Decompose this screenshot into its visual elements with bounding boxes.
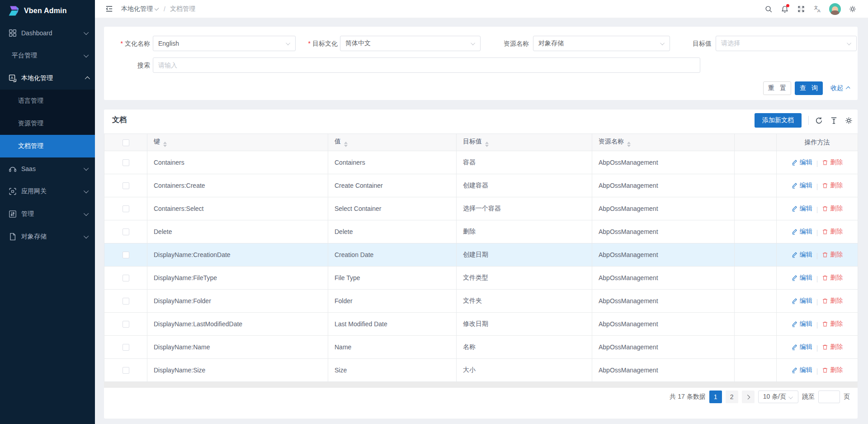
edit-button[interactable]: 编辑: [792, 251, 812, 259]
table-row[interactable]: DisplayName:FolderFolder文件夹AbpOssManagem…: [104, 290, 858, 313]
sort-icon[interactable]: [163, 142, 167, 147]
fullscreen-icon[interactable]: [794, 2, 808, 16]
settings-icon[interactable]: [844, 115, 854, 125]
edit-button[interactable]: 编辑: [792, 343, 812, 351]
table-row[interactable]: ContainersContainers容器AbpOssManagement编辑…: [104, 151, 858, 174]
logo[interactable]: Vben Admin: [0, 0, 95, 22]
search-icon[interactable]: [761, 2, 776, 16]
row-checkbox[interactable]: [123, 159, 129, 166]
sidebar-item-dashboard[interactable]: Dashboard: [0, 22, 95, 44]
sort-icon[interactable]: [627, 142, 631, 147]
sidebar-item-gateway[interactable]: 应用网关: [0, 180, 95, 203]
row-checkbox[interactable]: [123, 252, 129, 258]
page-size-select[interactable]: 10 条/页: [758, 391, 798, 403]
edit-button[interactable]: 编辑: [792, 205, 812, 213]
cell-target: 创建日期: [457, 243, 592, 267]
cell-value: Last Modified Date: [328, 313, 457, 336]
cell-spacer: [735, 313, 777, 336]
action-divider: |: [816, 206, 818, 213]
target-value-select[interactable]: 请选择: [716, 36, 857, 51]
target-culture-select[interactable]: 简体中文: [340, 36, 481, 51]
breadcrumb-item-localization[interactable]: 本地化管理: [121, 5, 159, 13]
sidebar-fold-icon[interactable]: [103, 3, 115, 15]
row-checkbox[interactable]: [123, 298, 129, 305]
table-row[interactable]: DeleteDelete删除AbpOssManagement编辑|删除: [104, 220, 858, 243]
table-row[interactable]: Containers:CreateCreate Container创建容器Abp…: [104, 174, 858, 197]
cell-value: Containers: [328, 151, 457, 174]
delete-button[interactable]: 删除: [822, 228, 843, 236]
sidebar-item-platform[interactable]: 平台管理: [0, 44, 95, 67]
column-header-value[interactable]: 值: [328, 134, 457, 151]
column-header-target[interactable]: 目标值: [457, 134, 592, 151]
column-header-key[interactable]: 键: [147, 134, 328, 151]
page-button-1[interactable]: 1: [709, 391, 722, 403]
avatar[interactable]: [829, 3, 841, 15]
sidebar-item-document-management[interactable]: 文档管理: [0, 135, 95, 157]
culture-name-select[interactable]: English: [153, 36, 296, 51]
collapse-filters-link[interactable]: 收起: [830, 81, 849, 95]
sidebar-item-object-storage[interactable]: 对象存储: [0, 225, 95, 248]
table-row[interactable]: DisplayName:FileTypeFile Type文件类型AbpOssM…: [104, 267, 858, 290]
sort-icon[interactable]: [485, 142, 489, 147]
sidebar-item-localization[interactable]: A 本地化管理: [0, 67, 95, 90]
resource-name-label: 资源名称: [488, 36, 529, 51]
table-row[interactable]: DisplayName:SizeSize大小AbpOssManagement编辑…: [104, 359, 858, 382]
add-document-button[interactable]: 添加新文档: [755, 113, 802, 128]
row-checkbox[interactable]: [123, 275, 129, 281]
horizontal-scrollbar[interactable]: [104, 382, 858, 388]
delete-button[interactable]: 删除: [822, 320, 843, 328]
delete-button[interactable]: 删除: [822, 343, 843, 351]
breadcrumb-item-document[interactable]: 文档管理: [170, 5, 195, 13]
row-checkbox[interactable]: [123, 367, 129, 374]
edit-button[interactable]: 编辑: [792, 181, 812, 190]
table-row[interactable]: DisplayName:CreationDateCreation Date创建日…: [104, 243, 858, 267]
edit-button[interactable]: 编辑: [792, 366, 812, 374]
table-row[interactable]: DisplayName:NameName名称AbpOssManagement编辑…: [104, 336, 858, 359]
resource-name-value: 对象存储: [538, 39, 564, 48]
sidebar-item-label: 管理: [21, 210, 85, 218]
sidebar-item-saas[interactable]: Saas: [0, 157, 95, 180]
query-button[interactable]: 查 询: [795, 81, 823, 95]
search-input[interactable]: [153, 57, 700, 73]
next-page-button[interactable]: [742, 391, 755, 403]
refresh-icon[interactable]: [814, 115, 824, 125]
row-checkbox[interactable]: [123, 229, 129, 235]
notification-bell-icon[interactable]: [778, 2, 792, 16]
row-height-icon[interactable]: [829, 115, 839, 125]
table-row[interactable]: DisplayName:LastModifiedDateLast Modifie…: [104, 313, 858, 336]
delete-button[interactable]: 删除: [822, 274, 843, 282]
row-checkbox[interactable]: [123, 205, 129, 212]
delete-button[interactable]: 删除: [822, 205, 843, 213]
edit-button[interactable]: 编辑: [792, 274, 812, 282]
delete-button[interactable]: 删除: [822, 366, 843, 374]
pencil-icon: [792, 229, 798, 235]
delete-button[interactable]: 删除: [822, 158, 843, 167]
edit-button[interactable]: 编辑: [792, 320, 812, 328]
sidebar-item-resource-management[interactable]: 资源管理: [0, 112, 95, 135]
edit-button[interactable]: 编辑: [792, 297, 812, 305]
row-checkbox[interactable]: [123, 321, 129, 328]
row-checkbox[interactable]: [123, 344, 129, 351]
sidebar-item-language-management[interactable]: 语言管理: [0, 90, 95, 112]
gear-icon[interactable]: [845, 2, 860, 16]
reset-button[interactable]: 重 置: [763, 81, 791, 95]
page-button-2[interactable]: 2: [726, 391, 738, 403]
delete-button[interactable]: 删除: [822, 251, 843, 259]
page-size-value: 10 条/页: [763, 393, 786, 401]
trash-icon: [822, 182, 828, 189]
sort-icon[interactable]: [344, 142, 348, 147]
jump-page-input[interactable]: [818, 391, 840, 403]
column-header-resource[interactable]: 资源名称: [592, 134, 735, 151]
sidebar-item-management[interactable]: 管理: [0, 203, 95, 225]
select-all-checkbox[interactable]: [123, 139, 129, 146]
delete-button[interactable]: 删除: [822, 297, 843, 305]
row-checkbox[interactable]: [123, 182, 129, 189]
table-row[interactable]: Containers:SelectSelect Container选择一个容器A…: [104, 197, 858, 220]
chevron-down-icon: [155, 6, 159, 10]
resource-name-select[interactable]: 对象存储: [533, 36, 670, 51]
edit-button[interactable]: 编辑: [792, 158, 812, 167]
translate-icon[interactable]: 文 A: [810, 2, 825, 16]
cell-actions: 编辑|删除: [777, 243, 858, 267]
edit-button[interactable]: 编辑: [792, 228, 812, 236]
delete-button[interactable]: 删除: [822, 181, 843, 190]
